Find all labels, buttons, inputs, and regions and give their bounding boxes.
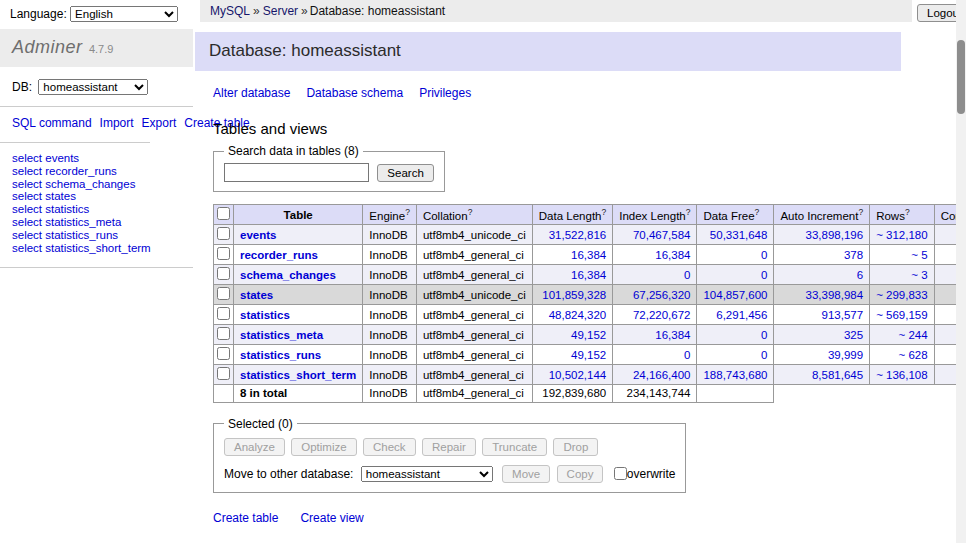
data-free-link[interactable]: 6,291,456: [716, 309, 767, 321]
table-name-link[interactable]: statistics_runs: [240, 349, 321, 361]
auto-increment-link[interactable]: 8,581,645: [812, 369, 863, 381]
index-length-link[interactable]: 72,220,672: [633, 309, 691, 321]
copy-button[interactable]: Copy: [557, 465, 604, 483]
row-checkbox[interactable]: [217, 307, 230, 320]
alter-database-link[interactable]: Alter database: [213, 86, 290, 100]
vertical-scrollbar[interactable]: [956, 0, 966, 543]
data-free-link[interactable]: 0: [761, 329, 767, 341]
auto-increment-link[interactable]: 325: [844, 329, 863, 341]
data-free-link[interactable]: 50,331,648: [710, 229, 768, 241]
sidebar-item-select-statistics-runs[interactable]: select statistics_runs: [12, 229, 118, 241]
table-name-link[interactable]: schema_changes: [240, 269, 336, 281]
breadcrumb-mysql-link[interactable]: MySQL: [210, 4, 250, 18]
help-icon[interactable]: ?: [755, 207, 760, 217]
data-free-link[interactable]: 104,857,600: [703, 289, 767, 301]
create-table-link-main[interactable]: Create table: [213, 511, 278, 525]
scrollbar-thumb[interactable]: [957, 40, 965, 114]
row-checkbox[interactable]: [217, 347, 230, 360]
table-name-link[interactable]: statistics: [240, 309, 290, 321]
import-link[interactable]: Import: [100, 116, 134, 130]
privileges-link[interactable]: Privileges: [419, 86, 471, 100]
move-button[interactable]: Move: [502, 465, 550, 483]
col-header-data-free[interactable]: Data Free?: [697, 205, 774, 225]
row-checkbox[interactable]: [217, 247, 230, 260]
table-name-link[interactable]: events: [240, 229, 276, 241]
index-length-link[interactable]: 16,384: [655, 249, 690, 261]
data-length-link[interactable]: 10,502,144: [549, 369, 607, 381]
data-free-link[interactable]: 0: [761, 249, 767, 261]
check-button[interactable]: Check: [363, 438, 416, 456]
rows-count-link[interactable]: ~ 244: [899, 329, 928, 341]
row-checkbox[interactable]: [217, 367, 230, 380]
table-name-link[interactable]: states: [240, 289, 273, 301]
auto-increment-link[interactable]: 33,898,196: [806, 229, 864, 241]
rows-count-link[interactable]: ~ 569,159: [876, 309, 927, 321]
move-database-select[interactable]: homeassistant: [361, 466, 493, 482]
help-icon[interactable]: ?: [601, 207, 606, 217]
rows-count-link[interactable]: ~ 3: [911, 269, 927, 281]
drop-button[interactable]: Drop: [553, 438, 598, 456]
rows-count-link[interactable]: ~ 628: [899, 349, 928, 361]
table-name-link[interactable]: statistics_meta: [240, 329, 323, 341]
overwrite-checkbox[interactable]: [614, 467, 627, 480]
table-name-link[interactable]: recorder_runs: [240, 249, 318, 261]
index-length-link[interactable]: 67,256,320: [633, 289, 691, 301]
sql-command-link[interactable]: SQL command: [12, 116, 92, 130]
col-header-collation[interactable]: Collation?: [416, 205, 532, 225]
col-header-index-length[interactable]: Index Length?: [613, 205, 697, 225]
rows-count-link[interactable]: ~ 299,833: [876, 289, 927, 301]
help-icon[interactable]: ?: [905, 207, 910, 217]
index-length-link[interactable]: 24,166,400: [633, 369, 691, 381]
rows-count-link[interactable]: ~ 5: [911, 249, 927, 261]
index-length-link[interactable]: 70,467,584: [633, 229, 691, 241]
data-length-link[interactable]: 49,152: [571, 349, 606, 361]
rows-count-link[interactable]: ~ 312,180: [876, 229, 927, 241]
data-free-link[interactable]: 0: [761, 349, 767, 361]
analyze-button[interactable]: Analyze: [224, 438, 285, 456]
optimize-button[interactable]: Optimize: [291, 438, 356, 456]
col-header-auto-increment[interactable]: Auto Increment?: [774, 205, 870, 225]
search-input[interactable]: [224, 163, 369, 182]
db-select[interactable]: homeassistant: [38, 79, 148, 95]
help-icon[interactable]: ?: [858, 207, 863, 217]
auto-increment-link[interactable]: 6: [857, 269, 863, 281]
col-header-rows[interactable]: Rows?: [870, 205, 934, 225]
data-length-link[interactable]: 48,824,320: [549, 309, 607, 321]
row-checkbox[interactable]: [217, 287, 230, 300]
breadcrumb-server-link[interactable]: Server: [263, 4, 298, 18]
data-free-link[interactable]: 0: [761, 269, 767, 281]
data-free-link[interactable]: 188,743,680: [703, 369, 767, 381]
sidebar-item-select-schema-changes[interactable]: select schema_changes: [12, 178, 135, 190]
data-length-link[interactable]: 16,384: [571, 269, 606, 281]
row-checkbox[interactable]: [217, 227, 230, 240]
col-header-data-length[interactable]: Data Length?: [532, 205, 612, 225]
row-checkbox[interactable]: [217, 327, 230, 340]
search-button[interactable]: Search: [377, 164, 433, 182]
sidebar-item-select-statistics-meta[interactable]: select statistics_meta: [12, 216, 121, 228]
help-icon[interactable]: ?: [686, 207, 691, 217]
create-view-link[interactable]: Create view: [300, 511, 363, 525]
sidebar-item-select-events[interactable]: select events: [12, 152, 79, 164]
export-link[interactable]: Export: [142, 116, 177, 130]
table-name-link[interactable]: statistics_short_term: [240, 369, 356, 381]
help-icon[interactable]: ?: [468, 207, 473, 217]
select-all-checkbox[interactable]: [217, 207, 230, 220]
rows-count-link[interactable]: ~ 136,108: [876, 369, 927, 381]
database-schema-link[interactable]: Database schema: [306, 86, 403, 100]
data-length-link[interactable]: 101,859,328: [542, 289, 606, 301]
auto-increment-link[interactable]: 33,398,984: [806, 289, 864, 301]
data-length-link[interactable]: 16,384: [571, 249, 606, 261]
language-select[interactable]: English: [70, 6, 178, 22]
data-length-link[interactable]: 31,522,816: [549, 229, 607, 241]
help-icon[interactable]: ?: [405, 207, 410, 217]
index-length-link[interactable]: 0: [684, 349, 690, 361]
sidebar-item-select-statistics-short-term[interactable]: select statistics_short_term: [12, 242, 151, 254]
auto-increment-link[interactable]: 39,999: [828, 349, 863, 361]
auto-increment-link[interactable]: 378: [844, 249, 863, 261]
col-header-engine[interactable]: Engine?: [363, 205, 417, 225]
auto-increment-link[interactable]: 913,577: [822, 309, 864, 321]
sidebar-item-select-states[interactable]: select states: [12, 190, 76, 202]
row-checkbox[interactable]: [217, 267, 230, 280]
index-length-link[interactable]: 0: [684, 269, 690, 281]
truncate-button[interactable]: Truncate: [482, 438, 547, 456]
